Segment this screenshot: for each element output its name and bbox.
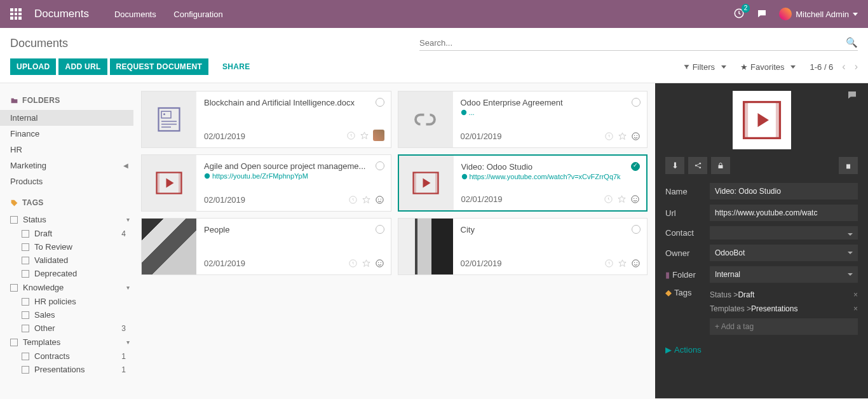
svg-point-3: [461, 174, 466, 179]
star-icon[interactable]: [618, 132, 627, 141]
delete-button[interactable]: [839, 157, 858, 174]
document-card[interactable]: Agile and Open source project manageme..…: [141, 154, 391, 212]
folder-field[interactable]: Internal: [710, 266, 858, 283]
details-panel: ⬇ Name Url Contact OwnerOdooBot ▮FolderI…: [655, 83, 868, 398]
search-input[interactable]: [419, 36, 858, 51]
owner-label: Owner: [665, 248, 703, 258]
card-title: Video: Odoo Studio: [461, 162, 639, 172]
select-toggle[interactable]: [632, 225, 641, 234]
star-icon[interactable]: [362, 195, 371, 205]
select-toggle[interactable]: [376, 161, 384, 170]
tags-heading: TAGS: [10, 198, 133, 207]
search-icon[interactable]: 🔍: [846, 37, 858, 48]
thumbnail: [142, 91, 196, 147]
folder-finance[interactable]: Finance: [10, 126, 133, 142]
document-card[interactable]: People02/01/2019: [141, 218, 391, 275]
card-link: ...: [461, 109, 640, 116]
folder-products[interactable]: Products: [10, 173, 133, 189]
face-icon: [375, 259, 384, 268]
add-tag-input[interactable]: + Add a tag: [710, 318, 858, 335]
tags-label: ◆Tags: [665, 288, 703, 297]
folders-heading: FOLDERS: [10, 96, 133, 105]
folder-marketing[interactable]: Marketing◀: [10, 158, 133, 173]
tag-sales[interactable]: Sales: [10, 308, 133, 321]
favorites-dropdown[interactable]: ★ Favorites: [740, 62, 796, 72]
add-url-button[interactable]: ADD URL: [58, 58, 107, 75]
top-menu: Documents Configuration: [114, 10, 238, 19]
svg-rect-5: [743, 102, 748, 139]
tag-group-status[interactable]: Status▾: [10, 212, 133, 227]
folder-internal[interactable]: Internal: [0, 110, 133, 126]
tag-hr-policies[interactable]: HR policies: [10, 295, 133, 308]
clock-icon: [604, 132, 614, 141]
face-icon: [630, 194, 640, 204]
name-label: Name: [665, 187, 703, 196]
upload-button[interactable]: UPLOAD: [10, 58, 56, 75]
owner-field[interactable]: OdooBot: [710, 245, 858, 261]
share-link[interactable]: SHARE: [222, 62, 250, 71]
thumbnail: [142, 219, 196, 274]
card-title: Odoo Enterprise Agreement: [461, 98, 640, 107]
contact-field[interactable]: [710, 226, 858, 240]
thumbnail: [142, 155, 196, 211]
discuss-icon[interactable]: [756, 8, 768, 20]
clock-icon: [604, 259, 614, 268]
tag-contracts[interactable]: Contracts1: [10, 349, 133, 363]
tag-presentations[interactable]: Presentations1: [10, 363, 133, 376]
chatter-icon[interactable]: [846, 90, 858, 103]
select-toggle[interactable]: [376, 225, 384, 234]
lock-button[interactable]: [711, 157, 730, 174]
star-icon[interactable]: [362, 259, 371, 268]
document-card[interactable]: Blockchain and Artificial Intelligence.d…: [141, 91, 391, 148]
select-toggle[interactable]: [376, 98, 384, 107]
tag-to-review[interactable]: To Review: [10, 240, 133, 254]
apps-icon[interactable]: [10, 8, 22, 20]
user-name: Mitchell Admin: [796, 10, 849, 19]
select-toggle[interactable]: [632, 98, 641, 107]
detail-tag: Status > Draft×: [710, 288, 858, 302]
download-button[interactable]: ⬇: [665, 157, 684, 174]
name-field[interactable]: [710, 183, 858, 200]
user-menu[interactable]: Mitchell Admin: [779, 8, 858, 20]
document-card[interactable]: Video: Odoo Studiohttps://www.youtube.co…: [398, 154, 648, 212]
notification-badge: 2: [742, 4, 750, 13]
remove-tag[interactable]: ×: [853, 290, 858, 299]
tag-group-knowledge[interactable]: Knowledge▾: [10, 280, 133, 295]
document-card[interactable]: City02/01/2019: [398, 218, 648, 275]
url-label: Url: [665, 208, 703, 218]
pager-prev[interactable]: ‹: [842, 61, 845, 72]
star-icon[interactable]: [618, 259, 627, 268]
tag-other[interactable]: Other3: [10, 321, 133, 335]
card-link: https://www.youtube.com/watch?v=xCvFZrrQ…: [461, 173, 639, 180]
kanban-view: Blockchain and Artificial Intelligence.d…: [133, 83, 655, 398]
select-toggle[interactable]: [631, 162, 640, 171]
svg-point-7: [695, 165, 696, 166]
thumbnail: [399, 156, 454, 210]
app-brand: Documents: [34, 8, 89, 20]
star-icon[interactable]: [617, 194, 627, 204]
clock-icon: [604, 194, 613, 204]
control-panel: Documents 🔍 UPLOAD ADD URL REQUEST DOCUM…: [0, 28, 868, 83]
folder-hr[interactable]: HR: [10, 142, 133, 158]
card-title: Blockchain and Artificial Intelligence.d…: [204, 98, 383, 107]
owner-avatar: [373, 130, 384, 141]
svg-point-1: [461, 110, 466, 115]
remove-tag[interactable]: ×: [853, 304, 858, 313]
filters-dropdown[interactable]: Filters: [683, 62, 726, 72]
document-card[interactable]: Odoo Enterprise Agreement...02/01/2019: [398, 91, 648, 148]
url-field[interactable]: [710, 205, 858, 221]
activity-icon[interactable]: 2: [733, 8, 745, 21]
star-icon[interactable]: [360, 131, 369, 140]
pager-next[interactable]: ›: [855, 61, 858, 72]
tag-validated[interactable]: Validated: [10, 254, 133, 267]
card-title: City: [461, 225, 640, 234]
menu-documents[interactable]: Documents: [114, 10, 156, 19]
request-document-button[interactable]: REQUEST DOCUMENT: [110, 58, 208, 75]
tag-group-templates[interactable]: Templates▾: [10, 335, 133, 349]
svg-rect-6: [775, 102, 780, 139]
tag-deprecated[interactable]: Deprecated: [10, 267, 133, 280]
share-button[interactable]: [688, 157, 707, 174]
menu-configuration[interactable]: Configuration: [173, 10, 222, 19]
tag-draft[interactable]: Draft4: [10, 227, 133, 240]
actions-toggle[interactable]: ▶ Actions: [665, 345, 858, 355]
